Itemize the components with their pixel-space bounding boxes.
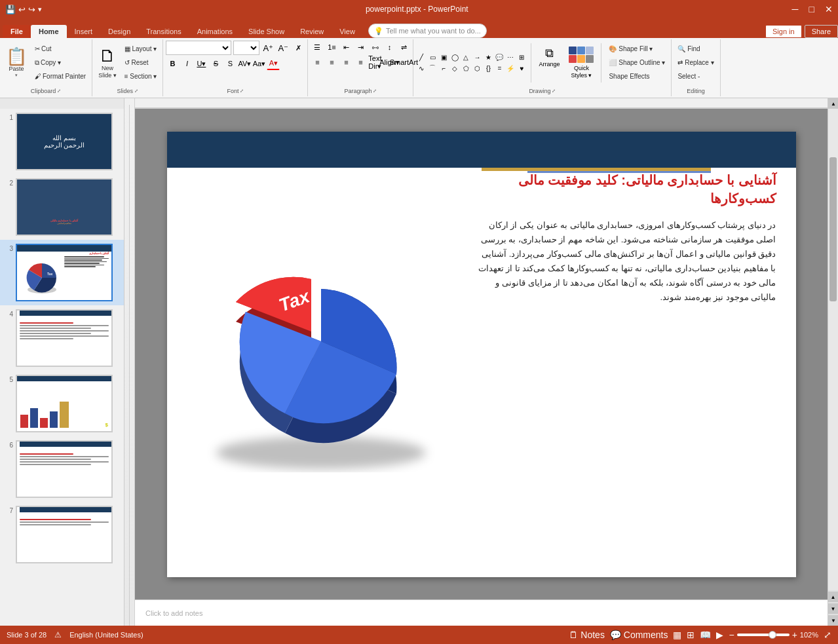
- reset-button[interactable]: ↺ Reset: [121, 56, 161, 69]
- signin-button[interactable]: Sign in: [765, 25, 802, 38]
- italic-btn[interactable]: I: [180, 57, 193, 70]
- slide-thumb-4[interactable]: 4: [0, 305, 124, 371]
- line-spacing-btn[interactable]: ↕: [383, 41, 396, 54]
- shape-effects-button[interactable]: Shape Effects: [605, 70, 668, 83]
- tab-insert[interactable]: Insert: [67, 25, 101, 38]
- scroll-up-btn[interactable]: ▲: [828, 98, 838, 109]
- font-family-select[interactable]: [166, 41, 231, 55]
- shape-rect[interactable]: ▭: [427, 52, 438, 62]
- increase-indent-btn[interactable]: ⇥: [354, 41, 367, 54]
- decrease-indent-btn[interactable]: ⇤: [339, 41, 352, 54]
- qa-customize-icon[interactable]: ▾: [38, 5, 42, 14]
- layout-button[interactable]: ▦ Layout ▾: [121, 43, 161, 56]
- shape-extra[interactable]: ⊞: [516, 52, 527, 62]
- drawing-expand[interactable]: ⤢: [552, 88, 556, 94]
- shape-round-rect[interactable]: ▣: [438, 52, 449, 62]
- qa-save-icon[interactable]: 💾: [5, 5, 16, 14]
- comments-btn[interactable]: 💬 Comments: [610, 630, 668, 640]
- tab-review[interactable]: Review: [292, 25, 332, 38]
- numbering-btn[interactable]: 1≡: [325, 41, 338, 54]
- strikethrough-btn[interactable]: S: [209, 57, 222, 70]
- shape-line[interactable]: ╱: [416, 52, 427, 62]
- slide-sorter-btn[interactable]: ⊞: [687, 630, 695, 640]
- shape-more[interactable]: ⋯: [505, 52, 516, 62]
- fit-window-btn[interactable]: ⤢: [824, 630, 831, 640]
- slide-thumb-5[interactable]: 5 $: [0, 371, 124, 436]
- zoom-thumb[interactable]: [769, 631, 776, 639]
- shape-fill-button[interactable]: 🎨 Shape Fill ▾: [605, 43, 668, 56]
- shape-pentagon[interactable]: ⬠: [461, 63, 471, 73]
- pan-up-btn[interactable]: ▲: [828, 592, 839, 602]
- new-slide-button[interactable]: 🗋 New Slide ▾: [95, 45, 120, 81]
- notes-bar[interactable]: Click to add notes: [135, 599, 828, 626]
- slide-panel-scroll[interactable]: 1 بسم اللهالرحمن الرحيم 2 آشنایی با حساب…: [0, 109, 124, 626]
- underline-btn[interactable]: U▾: [195, 57, 208, 70]
- para-direction-btn[interactable]: ⇌: [397, 41, 410, 54]
- arrange-button[interactable]: ⧉ Arrange: [535, 45, 563, 81]
- qa-undo-icon[interactable]: ↩: [18, 5, 26, 14]
- tab-view[interactable]: View: [332, 25, 363, 38]
- shape-brace[interactable]: {}: [483, 63, 493, 73]
- text-shadow-btn[interactable]: S: [223, 57, 237, 70]
- share-button[interactable]: Share: [805, 25, 838, 38]
- format-painter-button[interactable]: 🖌 Format Painter: [31, 70, 89, 83]
- find-button[interactable]: 🔍 Find: [674, 43, 717, 56]
- shape-star[interactable]: ★: [483, 52, 493, 62]
- font-color-btn[interactable]: A▾: [267, 57, 280, 70]
- normal-view-btn[interactable]: ▦: [673, 630, 681, 640]
- tab-transitions[interactable]: Transitions: [138, 25, 189, 38]
- win-minimize-btn[interactable]: ─: [792, 4, 799, 14]
- align-center-btn[interactable]: ≡: [325, 56, 338, 69]
- shape-connector[interactable]: ⌐: [438, 63, 449, 73]
- qa-redo-icon[interactable]: ↪: [28, 5, 35, 14]
- slide-thumb-7[interactable]: 7: [0, 502, 124, 567]
- char-spacing-btn[interactable]: AV▾: [238, 57, 251, 70]
- shape-bang[interactable]: ⚡: [505, 63, 516, 73]
- clipboard-expand[interactable]: ⤢: [57, 88, 61, 94]
- shape-eq[interactable]: =: [494, 63, 505, 73]
- align-right-btn[interactable]: ≡: [339, 56, 352, 69]
- zoom-in-btn[interactable]: +: [792, 630, 797, 640]
- tab-animations[interactable]: Animations: [189, 25, 240, 38]
- shape-outline-button[interactable]: ⬜ Shape Outline ▾: [605, 56, 668, 69]
- change-case-btn[interactable]: Aa▾: [252, 57, 265, 70]
- cut-button[interactable]: ✂ Cut: [31, 43, 89, 56]
- decrease-font-size-btn[interactable]: A⁻: [276, 41, 290, 54]
- reading-view-btn[interactable]: 📖: [700, 630, 711, 640]
- copy-button[interactable]: ⧉ Copy ▾: [31, 56, 89, 69]
- zoom-slider[interactable]: [737, 634, 790, 636]
- pan-down-btn[interactable]: ▼: [828, 603, 839, 614]
- quick-styles-button[interactable]: Quick Styles ▾: [565, 45, 597, 81]
- font-size-select[interactable]: [233, 41, 259, 55]
- tab-slideshow[interactable]: Slide Show: [240, 25, 292, 38]
- shape-arrow[interactable]: →: [472, 52, 482, 62]
- win-close-btn[interactable]: ✕: [825, 4, 833, 14]
- increase-font-size-btn[interactable]: A⁺: [261, 41, 275, 54]
- bullets-btn[interactable]: ☰: [311, 41, 324, 54]
- slide-scroll-area[interactable]: Tax آشنایی با حسابداری مالیاتی: کلید موف…: [135, 109, 828, 599]
- section-button[interactable]: ≡ Section ▾: [121, 70, 161, 83]
- replace-button[interactable]: ⇄ Replace ▾: [674, 56, 717, 69]
- scroll-thumb-area[interactable]: [828, 109, 838, 590]
- select-button[interactable]: Select -: [674, 70, 717, 83]
- font-expand[interactable]: ⤢: [240, 88, 244, 94]
- columns-btn[interactable]: ⧟: [368, 41, 381, 54]
- tab-home[interactable]: Home: [31, 25, 67, 38]
- smartart-btn[interactable]: SmartArt: [397, 56, 410, 69]
- tell-me-input[interactable]: 💡 Tell me what you want to do...: [368, 24, 487, 38]
- shape-oval[interactable]: ◯: [449, 52, 460, 62]
- shape-curve[interactable]: ∿: [416, 63, 427, 73]
- right-scrollbar[interactable]: ▲ ▲ ▼ ▼: [828, 98, 838, 626]
- paragraph-expand[interactable]: ⤢: [373, 88, 377, 94]
- tab-design[interactable]: Design: [100, 25, 138, 38]
- bold-btn[interactable]: B: [166, 57, 179, 70]
- notes-tab-btn[interactable]: 🗒 Notes: [569, 630, 604, 640]
- slide-thumb-6[interactable]: 6: [0, 436, 124, 502]
- zoom-out-btn[interactable]: −: [729, 630, 734, 640]
- win-maximize-btn[interactable]: □: [809, 4, 814, 14]
- slide-thumb-2[interactable]: 2 آشنایی با حسابداری مالیاتی مفاهیم اساس…: [0, 174, 124, 240]
- align-left-btn[interactable]: ≡: [311, 56, 324, 69]
- scroll-down-btn[interactable]: ▼: [828, 615, 838, 626]
- clear-format-btn[interactable]: ✗: [292, 41, 305, 54]
- justify-btn[interactable]: ≡: [354, 56, 367, 69]
